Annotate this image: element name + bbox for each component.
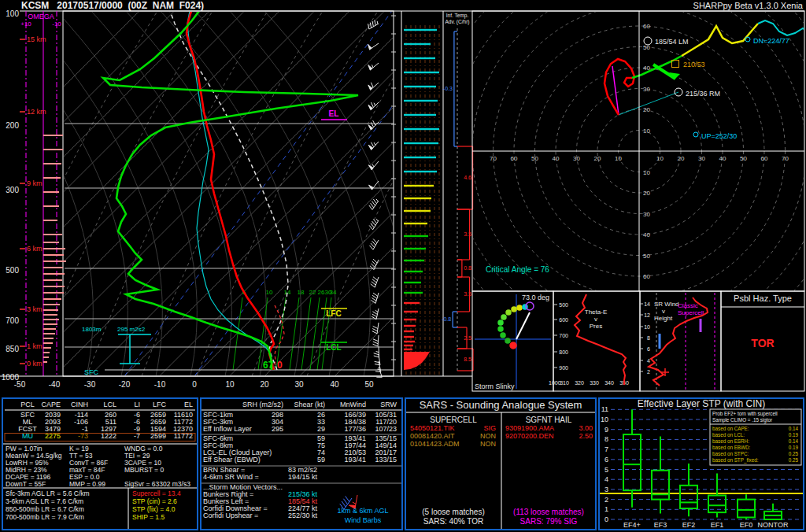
temp-tick-label: -20 [119,380,131,389]
parcel-table-header: LI [134,401,140,408]
thermo-index: MBURST = 0 [124,466,164,474]
stp-legend-value: 0.14 [789,438,799,444]
kinematics-value: 193/41 [344,456,366,464]
hodo-ring-label: 60 [643,23,650,30]
wind-barb-note: 1km & 6km AGL [337,507,388,515]
sars-loose-matches: (113 loose matches) [513,508,584,516]
kinematics-header: MnWind [340,401,366,408]
stp-legend-label: based on LCL: [712,432,745,438]
sr-wind-ytick: 2 [647,369,650,375]
stp-legend-value: 0.25 [789,457,799,463]
sfc-label: SFC [84,368,99,376]
sars-match-id: 54050121.TIK [410,424,455,432]
mixing-ratio-label: 34 [330,289,337,296]
title-bar: KCSM 20170517/0000 (00Z NAM F024) SHARPp… [0,0,806,11]
mixing-ratio-label: 10 [266,289,273,296]
stp-legend-label: based on ESRH: [712,438,749,444]
theta-e-title: Theta-E [585,308,607,316]
hodo-ring-label: 10 [643,169,650,176]
kinematics-value: 29 [317,425,325,433]
critical-angle-label: Critical Angle = 76 [486,265,549,274]
temp-adv-title: Inf. Temp. [446,13,469,19]
sars-match-id: 92070200.DEN [505,432,554,440]
classic-supercell-label: Supercell [678,309,704,316]
theta-e-title: Pres [590,323,602,330]
sars-match-tag: SIG [483,424,496,432]
stp-category-label: EF4+ [623,521,641,529]
temp-tick-label: 10 [225,380,235,389]
kinematics-header: Shear (kt) [294,401,325,408]
hodo-ring-label: 30 [698,155,705,162]
height-km-label: 9 km [27,179,43,187]
theta-e-ytick: 700 [559,333,568,338]
kinematics-panel[interactable]: SRH (m2/s2)Shear (kt)MnWindSRWSFC-1km298… [200,397,403,530]
sr-wind-ytick: 6 [647,346,650,352]
pressure-tick-label: 850 [6,345,19,353]
kinematics-value: 295 [272,425,283,433]
omega-title: OMEGA [28,13,54,20]
height-km-label: 15 km [27,35,46,43]
mixing-ratio-label: 22 [309,289,316,296]
kinematics-row-label: Eff Shear (EBWD) [203,456,261,464]
sars-match-size: 3.00 [579,424,593,432]
composite-index-value: STP (fix) = 4.0 [132,505,176,513]
theta-e-title: v [594,316,597,323]
sars-match-id: 00081420.AIT [410,432,455,440]
parcel-table-header: LCL [103,401,116,408]
surface-dewpoint-value: 67 [263,360,274,371]
theta-e-xtick: 340 [604,380,614,386]
theta-e-xtick: 310 [560,380,569,386]
stp-legend-title: Sample CLIMO = .15 sigtor [712,417,772,423]
stp-ytick: 5 [604,466,608,474]
stp-legend-label: based on STP_fixed: [712,457,759,464]
stp-legend-label: based on STPC: [712,451,749,456]
theta-e-ytick: 800 [559,349,568,355]
stp-ytick: 3 [604,486,608,493]
thermo-panel[interactable]: PCLCAPECINHLCLLILFCELSFC2039-114260-6265… [2,397,198,530]
sr-wind-ytick: 4 [647,358,650,364]
stp-ytick: 6 [604,456,608,464]
wind-barb-note: Wind Barbs [345,516,382,524]
parcel-table-header: LFC [153,401,167,408]
inflow-srh-label: 295 m2s2 [117,326,146,333]
lfc-label: LFC [326,309,341,318]
temp-tick-label: 40 [330,380,339,389]
stp-boxplot-panel[interactable]: Effective Layer STP (with CIN)0123456789… [598,397,804,530]
mean-wind-label: 210/53 [683,61,705,68]
theta-e-ytick: 500 [559,302,568,308]
temp-tick-label: -40 [49,380,61,389]
hazard-title: Psbl Haz. Type [734,294,792,303]
hodo-ring-label: 50 [643,253,650,260]
temp-tick-label: 50 [364,380,374,389]
hodo-ring-label: 20 [594,155,601,162]
temp-adv-value: 0.8 [464,265,471,271]
kinematics-header: SRW [380,401,397,408]
mixing-ratio-label: 18 [298,289,305,296]
sars-panel[interactable]: SARS - Sounding Analogue SystemSUPERCELL… [405,397,597,530]
stp-category-label: NONTOR [758,521,789,529]
kinematics-header: SRH (m2/s2) [242,401,283,408]
height-km-label: 6 km [27,245,43,253]
sars-loose-matches: (5 loose matches) [422,508,484,516]
sr-wind-ytick: 8 [647,335,650,341]
kinematics-row-label: Eff Inflow Layer [203,425,252,433]
thermo-index: MMP = 0.99 [69,480,105,488]
stp-legend-label: based on EBWD: [712,445,751,450]
stp-ytick: 7 [604,445,608,453]
temp-adv-value: 3.5 [464,291,471,297]
inflow-depth-label: 1803m [82,326,102,333]
temp-tick-label: -50 [14,380,26,389]
storm-motion-label: Corfidi Upshear = [203,512,258,519]
sars-match-tag: NON [480,440,496,448]
height-km-label: 1 km [27,342,43,350]
sr-wind-46-label: 4-6km SR Wind = [203,473,259,481]
temp-adv-value: 8.5 [464,357,471,362]
hodo-ring-label: 60 [643,273,650,280]
stp-category-label: EF2 [682,521,696,529]
stp-legend-label: based on CAPE: [712,426,749,431]
kinematics-value: 107/23 [375,425,397,433]
corfidi-downshear-label: DN=224/77 [753,37,789,45]
parcel-table-header: PCL [20,401,35,408]
omega-minus-label: -10 [52,20,61,28]
sounding-plot-area[interactable]: OMEGA+10-10100200300500700850100015 km12… [0,0,806,396]
